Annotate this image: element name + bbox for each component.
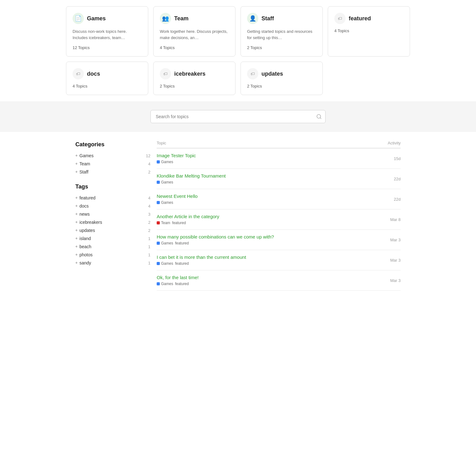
card-title: Games <box>87 15 106 22</box>
category-name: Games <box>161 282 173 286</box>
sidebar-tag-icebreakers[interactable]: + icebreakers 2 <box>75 218 150 226</box>
sidebar-tag-label: docs <box>79 203 89 208</box>
tag-icon: 🏷 <box>334 13 346 24</box>
category-badge[interactable]: Games <box>157 200 173 205</box>
topic-activity: 22d <box>376 177 401 181</box>
sidebar-tag-count: 1 <box>148 253 150 257</box>
card-staff[interactable]: 👤 Staff Getting started topics and resou… <box>241 6 323 57</box>
table-row: Image Tester Topic Games 15d <box>157 148 401 169</box>
card-topics-count: 2 Topics <box>160 84 229 88</box>
topic-tags: Team featured <box>157 221 219 225</box>
tag-label[interactable]: featured <box>175 241 189 245</box>
topic-title[interactable]: Another Article in the category <box>157 214 219 219</box>
sidebar-item-left: + photos <box>75 252 93 257</box>
search-wrapper <box>150 110 326 123</box>
sidebar-tag-featured[interactable]: + featured 4 <box>75 194 150 202</box>
topic-info: Ok, for the last time! Games featured <box>157 275 199 286</box>
tags-heading: Tags <box>75 183 150 190</box>
topic-activity: Mar 3 <box>376 238 401 242</box>
category-name: Games <box>161 241 173 245</box>
card-team[interactable]: 👥 Team Work together here. Discuss proje… <box>153 6 235 57</box>
card-docs[interactable]: 🏷 docs 4 Topics <box>66 62 148 95</box>
sidebar-tag-sandy[interactable]: + sandy 1 <box>75 259 150 267</box>
topic-title[interactable]: Klondike Bar Melting Tournament <box>157 173 226 178</box>
card-header: 🏷 icebreakers <box>160 68 229 79</box>
category-name: Games <box>161 261 173 266</box>
sidebar-item-team[interactable]: + Team 4 <box>75 160 150 168</box>
sidebar-tag-island[interactable]: + island 1 <box>75 234 150 243</box>
topic-title[interactable]: How many possible combinations can we co… <box>157 234 274 239</box>
card-header: 📄 Games <box>73 13 142 24</box>
tag-label[interactable]: featured <box>172 221 186 225</box>
topic-title[interactable]: I can bet it is more than the current am… <box>157 254 246 260</box>
sidebar-item-label: Team <box>79 161 90 166</box>
sidebar-tag-label: icebreakers <box>79 220 102 225</box>
category-name: Games <box>161 160 173 164</box>
card-title: docs <box>87 71 100 77</box>
topics-table-header: Topic Activity <box>157 138 401 148</box>
sidebar-tags-section: Tags + featured 4 + docs 4 + news 3 + ic… <box>75 183 150 267</box>
expand-icon: + <box>75 196 78 200</box>
sidebar-tag-count: 2 <box>148 228 150 233</box>
category-badge[interactable]: Games <box>157 180 173 184</box>
card-icebreakers[interactable]: 🏷 icebreakers 2 Topics <box>153 62 235 95</box>
topic-info: Klondike Bar Melting Tournament Games <box>157 173 226 184</box>
category-dot <box>157 201 160 204</box>
tag-icon: 🏷 <box>73 68 84 79</box>
tag-icon: 🏷 <box>247 68 258 79</box>
topic-activity: 22d <box>376 197 401 202</box>
sidebar-item-left: + beach <box>75 244 91 249</box>
search-button[interactable] <box>316 114 322 119</box>
sidebar-tag-updates[interactable]: + updates 2 <box>75 226 150 234</box>
sidebar-item-games[interactable]: + Games 12 <box>75 152 150 160</box>
card-featured[interactable]: 🏷 featured 4 Topics <box>328 6 410 57</box>
sidebar-item-staff[interactable]: + Staff 2 <box>75 168 150 176</box>
category-badge[interactable]: Team <box>157 221 170 225</box>
sidebar-tag-beach[interactable]: + beach 1 <box>75 243 150 251</box>
expand-icon: + <box>75 228 78 233</box>
svg-line-1 <box>320 118 321 118</box>
category-dot <box>157 282 160 285</box>
topic-title[interactable]: Newest Event Hello <box>157 193 198 199</box>
topic-title[interactable]: Image Tester Topic <box>157 153 196 158</box>
topic-activity: Mar 8 <box>376 217 401 222</box>
card-updates[interactable]: 🏷 updates 2 Topics <box>241 62 323 95</box>
card-desc: Work together here. Discuss projects, ma… <box>160 28 229 41</box>
sidebar-item-left: + updates <box>75 228 95 233</box>
col-activity-header: Activity <box>376 141 401 145</box>
category-dot <box>157 221 160 224</box>
sidebar-tag-label: updates <box>79 228 95 233</box>
card-topics-count: 4 Topics <box>73 84 142 88</box>
tag-label[interactable]: featured <box>175 282 189 286</box>
expand-icon: + <box>75 204 78 208</box>
topic-title[interactable]: Ok, for the last time! <box>157 275 199 280</box>
category-dot <box>157 160 160 163</box>
sidebar-tag-count: 1 <box>148 261 150 265</box>
card-header: 🏷 updates <box>247 68 316 79</box>
category-badge[interactable]: Games <box>157 241 173 245</box>
topic-activity: Mar 3 <box>376 258 401 263</box>
topic-info: Newest Event Hello Games <box>157 193 198 205</box>
expand-icon: + <box>75 153 78 158</box>
sidebar-tag-count: 3 <box>148 212 150 217</box>
sidebar-item-count: 2 <box>148 170 150 174</box>
sidebar-tag-count: 1 <box>148 236 150 241</box>
search-input[interactable] <box>150 110 326 123</box>
table-row: Ok, for the last time! Games featured Ma… <box>157 270 401 291</box>
sidebar-item-left: + sandy <box>75 260 91 265</box>
card-games[interactable]: 📄 Games Discuss non-work topics here. In… <box>66 6 148 57</box>
sidebar-tag-label: sandy <box>79 260 91 265</box>
table-row: Klondike Bar Melting Tournament Games 22… <box>157 169 401 189</box>
category-badge[interactable]: Games <box>157 160 173 164</box>
sidebar: Categories + Games 12 + Team 4 + Staff 2… <box>75 132 157 297</box>
sidebar-tag-docs[interactable]: + docs 4 <box>75 202 150 210</box>
tag-label[interactable]: featured <box>175 261 189 266</box>
card-header: 👥 Team <box>160 13 229 24</box>
sidebar-tag-news[interactable]: + news 3 <box>75 210 150 218</box>
topic-info: Another Article in the category Team fea… <box>157 214 219 225</box>
category-badge[interactable]: Games <box>157 261 173 266</box>
sidebar-tag-count: 2 <box>148 220 150 225</box>
category-badge[interactable]: Games <box>157 282 173 286</box>
category-name: Team <box>161 221 170 225</box>
sidebar-tag-photos[interactable]: + photos 1 <box>75 251 150 259</box>
